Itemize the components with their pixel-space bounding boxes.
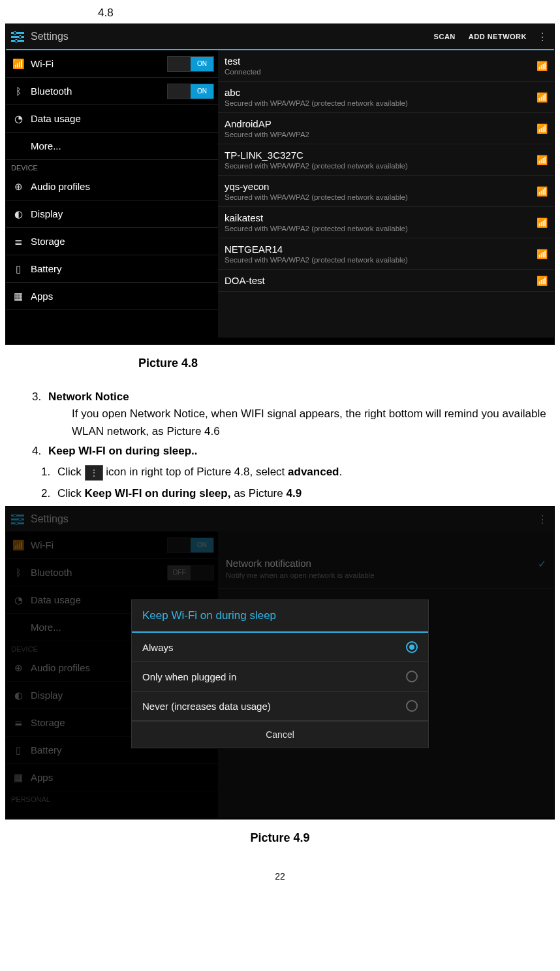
wifi-icon: 📶: [10, 58, 27, 70]
overflow-menu-icon[interactable]: ⋮: [533, 31, 554, 43]
network-status: Secured with WPA/WPA2 (protected network…: [225, 256, 537, 264]
display-icon: ◐: [10, 208, 27, 220]
network-name: yqs-yecon: [225, 181, 537, 192]
network-status: Secured with WPA/WPA2: [225, 131, 537, 138]
overflow-inline-icon: ⋮: [85, 465, 103, 481]
screenshot-settings-wifi: Settings SCAN ADD NETWORK ⋮ 📶 Wi-Fi ON ᛒ…: [5, 24, 555, 345]
sidebar-item-more[interactable]: More...: [6, 133, 218, 160]
network-name: test: [225, 56, 537, 67]
data-usage-icon: ◔: [10, 113, 27, 125]
list-item-3: Network Notice If you open Network Notic…: [44, 389, 560, 440]
wifi-signal-icon: 📶: [537, 61, 548, 71]
storage-icon: ≣: [10, 236, 27, 247]
battery-icon: ▯: [10, 263, 27, 275]
network-status: Secured with WPA/WPA2 (protected network…: [225, 225, 537, 232]
network-name: TP-LINK_3C327C: [225, 150, 537, 161]
sidebar-item-apps[interactable]: ▦ Apps: [6, 283, 218, 310]
audio-label: Audio profiles: [27, 181, 218, 192]
action-add-network[interactable]: ADD NETWORK: [462, 33, 533, 40]
item3-text: If you open Network Notice, when WIFI si…: [48, 406, 560, 440]
sidebar-item-wifi[interactable]: 📶 Wi-Fi ON: [6, 50, 218, 78]
svg-point-5: [15, 39, 18, 42]
apps-label: Apps: [27, 291, 218, 302]
network-name: AndroidAP: [225, 118, 537, 129]
bluetooth-icon: ᛒ: [10, 86, 27, 97]
network-name: abc: [225, 87, 537, 98]
item4-title: Keep WI-FI on during sleep..: [48, 445, 198, 457]
network-name: kaikatest: [225, 212, 537, 223]
radio-icon: [406, 671, 418, 682]
network-status: Connected: [225, 68, 537, 76]
wifi-network-item[interactable]: DOA-test📶: [218, 270, 554, 292]
settings-sidebar: 📶 Wi-Fi ON ᛒ Bluetooth ON ◔ Data usage M…: [6, 50, 218, 338]
wifi-signal-icon: 📶: [537, 92, 548, 103]
action-scan[interactable]: SCAN: [428, 33, 462, 40]
more-label: More...: [27, 140, 218, 151]
bluetooth-label: Bluetooth: [27, 86, 167, 97]
app-header: Settings SCAN ADD NETWORK ⋮: [6, 24, 554, 50]
list-item-4: Keep WI-FI on during sleep..: [44, 443, 560, 460]
item3-title: Network Notice: [48, 390, 129, 403]
option-never[interactable]: Never (increases data usage): [132, 692, 428, 721]
network-status: Secured with WPA/WPA2 (protected network…: [225, 193, 537, 201]
wifi-signal-icon: 📶: [537, 186, 548, 197]
sidebar-item-display[interactable]: ◐ Display: [6, 200, 218, 228]
svg-point-3: [14, 31, 16, 34]
sidebar-item-data-usage[interactable]: ◔ Data usage: [6, 105, 218, 133]
wifi-network-item[interactable]: TP-LINK_3C327CSecured with WPA/WPA2 (pro…: [218, 144, 554, 176]
network-status: Secured with WPA/WPA2 (protected network…: [225, 99, 537, 107]
svg-rect-0: [11, 32, 24, 34]
sub-step-2: Click Keep WI-FI on during sleep, as Pic…: [54, 485, 560, 502]
sidebar-item-battery[interactable]: ▯ Battery: [6, 255, 218, 283]
wifi-signal-icon: 📶: [537, 155, 548, 165]
figure1-caption: Picture 4.8: [138, 357, 560, 370]
radio-icon: [406, 641, 418, 653]
wifi-network-item[interactable]: yqs-yeconSecured with WPA/WPA2 (protecte…: [218, 176, 554, 207]
wifi-network-item[interactable]: NETGEAR14Secured with WPA/WPA2 (protecte…: [218, 238, 554, 270]
sub-step-1: Click ⋮ icon in right top of Picture 4.8…: [54, 464, 560, 481]
figure2-caption: Picture 4.9: [0, 831, 560, 845]
radio-icon: [406, 700, 418, 712]
wifi-network-item[interactable]: kaikatestSecured with WPA/WPA2 (protecte…: [218, 207, 554, 238]
section-ref: 4.8: [98, 7, 560, 20]
bluetooth-toggle[interactable]: ON: [167, 84, 214, 99]
storage-label: Storage: [27, 236, 218, 247]
network-name: DOA-test: [225, 275, 537, 286]
wifi-signal-icon: 📶: [537, 249, 548, 259]
dialog-title: Keep Wi-Fi on during sleep: [132, 600, 428, 633]
screenshot-keep-wifi-dialog: Settings ⋮ 📶 Wi-Fi ON ᛒ Bluetooth OFF ◔ …: [5, 506, 555, 820]
wifi-signal-icon: 📶: [537, 217, 548, 228]
section-device: DEVICE: [6, 160, 218, 173]
battery-label: Battery: [27, 263, 218, 274]
settings-icon: [10, 29, 25, 44]
header-title: Settings: [31, 31, 428, 42]
network-name: NETGEAR14: [225, 244, 537, 255]
sidebar-item-audio[interactable]: ⊕ Audio profiles: [6, 173, 218, 200]
option-always[interactable]: Always: [132, 633, 428, 662]
option-plugged-in[interactable]: Only when plugged in: [132, 662, 428, 692]
apps-icon: ▦: [10, 291, 27, 302]
wifi-network-item[interactable]: AndroidAPSecured with WPA/WPA2📶: [218, 113, 554, 144]
wifi-signal-icon: 📶: [537, 276, 548, 286]
wifi-label: Wi-Fi: [27, 58, 167, 69]
keep-wifi-dialog: Keep Wi-Fi on during sleep Always Only w…: [131, 599, 429, 748]
wifi-network-item[interactable]: testConnected📶: [218, 50, 554, 82]
display-label: Display: [27, 208, 218, 219]
network-status: Secured with WPA/WPA2 (protected network…: [225, 162, 537, 170]
wifi-signal-icon: 📶: [537, 123, 548, 134]
wifi-network-item[interactable]: abcSecured with WPA/WPA2 (protected netw…: [218, 82, 554, 113]
svg-rect-1: [11, 36, 24, 38]
sidebar-item-storage[interactable]: ≣ Storage: [6, 228, 218, 255]
audio-icon: ⊕: [10, 181, 27, 193]
wifi-network-list: testConnected📶abcSecured with WPA/WPA2 (…: [218, 50, 554, 338]
wifi-toggle[interactable]: ON: [167, 56, 214, 72]
page-number: 22: [0, 871, 560, 882]
svg-point-4: [19, 35, 22, 38]
sidebar-item-bluetooth[interactable]: ᛒ Bluetooth ON: [6, 78, 218, 105]
cancel-button[interactable]: Cancel: [132, 721, 428, 748]
data-usage-label: Data usage: [27, 113, 218, 124]
instruction-text: Network Notice If you open Network Notic…: [0, 389, 560, 502]
